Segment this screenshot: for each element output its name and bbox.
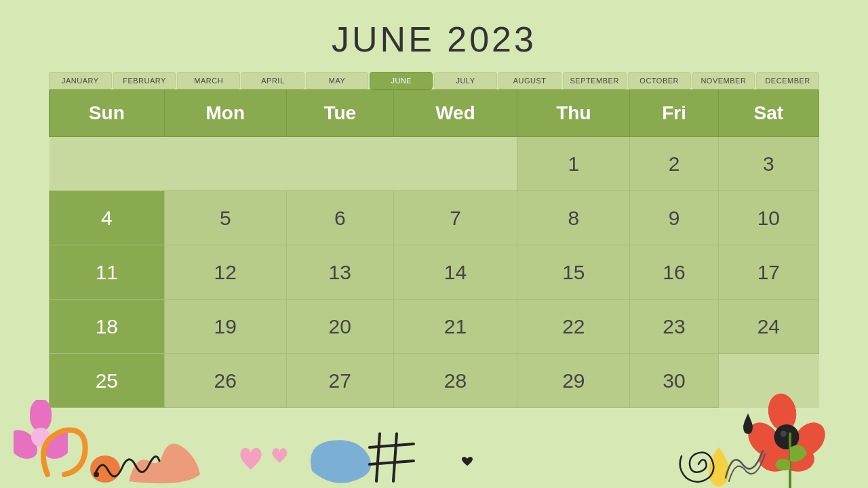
- calendar-day-25[interactable]: 25: [50, 354, 165, 408]
- calendar-day-6[interactable]: 6: [286, 191, 393, 245]
- svg-line-18: [370, 461, 414, 464]
- calendar-empty-cell: [393, 137, 517, 191]
- calendar-day-11[interactable]: 11: [50, 245, 165, 300]
- month-nav-item-march[interactable]: MARCH: [177, 72, 240, 89]
- calendar-week-row: 123: [50, 137, 819, 191]
- leaf-stem-icon: [770, 427, 810, 488]
- svg-point-6: [774, 424, 800, 449]
- calendar-empty-cell: [164, 137, 286, 191]
- calendar-wrapper: JANUARYFEBRUARYMARCHAPRILMAYJUNEJULYAUGU…: [49, 72, 819, 408]
- month-nav-item-january[interactable]: JANUARY: [49, 72, 112, 89]
- svg-point-21: [94, 472, 99, 477]
- calendar-week-row: 11121314151617: [50, 245, 819, 300]
- shape-yellow-icon: [705, 447, 732, 488]
- calendar-day-28[interactable]: 28: [393, 354, 517, 408]
- calendar-day-21[interactable]: 21: [393, 300, 517, 354]
- svg-point-20: [90, 455, 120, 483]
- month-nav-item-june[interactable]: JUNE: [370, 72, 433, 89]
- calendar-empty-cell: [286, 137, 393, 191]
- month-nav-item-february[interactable]: FEBRUARY: [113, 72, 176, 89]
- month-nav-item-may[interactable]: MAY: [306, 72, 369, 89]
- svg-point-13: [14, 430, 42, 464]
- shape-blue-icon: [305, 437, 373, 485]
- doodle-spiral-icon: [678, 444, 719, 485]
- calendar-day-8[interactable]: 8: [517, 191, 630, 245]
- weekday-header-sat: Sat: [718, 90, 818, 137]
- svg-point-9: [39, 430, 68, 464]
- small-orange-petal-icon: [88, 454, 122, 485]
- calendar-day-30[interactable]: 30: [630, 354, 718, 408]
- svg-line-17: [370, 444, 414, 447]
- month-nav-item-august[interactable]: AUGUST: [498, 72, 561, 89]
- svg-point-4: [775, 441, 817, 474]
- month-nav-item-july[interactable]: JULY: [434, 72, 497, 89]
- calendar-day-17[interactable]: 17: [718, 245, 818, 300]
- pink-heart-icon: [237, 444, 292, 485]
- coil-icon: [88, 437, 163, 485]
- calendar-day-10[interactable]: 10: [718, 191, 818, 245]
- svg-point-2: [757, 441, 799, 474]
- weekday-header-wed: Wed: [393, 90, 517, 137]
- calendar-day-15[interactable]: 15: [517, 245, 630, 300]
- weekday-header-fri: Fri: [630, 90, 718, 137]
- calendar-day-24[interactable]: 24: [718, 300, 818, 354]
- weekday-header-sun: Sun: [50, 90, 165, 137]
- calendar-day-20[interactable]: 20: [286, 300, 393, 354]
- doodle-grid-icon: [366, 430, 420, 485]
- calendar-day-7[interactable]: 7: [393, 191, 517, 245]
- svg-line-16: [393, 434, 397, 481]
- svg-point-7: [781, 430, 787, 436]
- calendar-day-1[interactable]: 1: [517, 137, 630, 191]
- calendar-day-12[interactable]: 12: [164, 245, 286, 300]
- calendar-day-19[interactable]: 19: [164, 300, 286, 354]
- svg-point-12: [41, 426, 68, 460]
- calendar-day-3[interactable]: 3: [718, 137, 818, 191]
- calendar-day-9[interactable]: 9: [630, 191, 718, 245]
- month-nav-item-september[interactable]: SEPTEMBER: [563, 72, 627, 89]
- calendar-day-29[interactable]: 29: [517, 354, 630, 408]
- wavy-shape-icon: [122, 427, 203, 488]
- calendar-day-13[interactable]: 13: [286, 245, 393, 300]
- calendar-day-23[interactable]: 23: [630, 300, 718, 354]
- calendar-day-4[interactable]: 4: [50, 191, 165, 245]
- svg-line-15: [376, 434, 380, 481]
- svg-point-14: [31, 428, 50, 447]
- svg-point-5: [746, 416, 787, 463]
- flower-pink-icon: [14, 400, 68, 468]
- calendar-empty-cell: [718, 354, 818, 408]
- month-nav-item-november[interactable]: NOVEMBER: [692, 72, 755, 89]
- calendar-day-27[interactable]: 27: [286, 354, 393, 408]
- svg-point-1: [787, 416, 827, 463]
- calendar-day-14[interactable]: 14: [393, 245, 517, 300]
- calendar-week-row: 252627282930: [50, 354, 819, 408]
- drop-black-icon: [743, 413, 753, 434]
- calendar-week-row: 18192021222324: [50, 300, 819, 354]
- weekday-header-thu: Thu: [517, 90, 630, 137]
- calendar-day-16[interactable]: 16: [630, 245, 718, 300]
- arc-orange-icon: [41, 427, 88, 481]
- calendar-day-2[interactable]: 2: [630, 137, 718, 191]
- small-heart-icon: [461, 457, 473, 468]
- calendar-day-22[interactable]: 22: [517, 300, 630, 354]
- calendar-day-26[interactable]: 26: [164, 354, 286, 408]
- calendar-week-row: 45678910: [50, 191, 819, 245]
- decorations: [0, 413, 868, 488]
- month-nav-item-october[interactable]: OCTOBER: [628, 72, 691, 89]
- weekday-header-tue: Tue: [286, 90, 393, 137]
- calendar-day-18[interactable]: 18: [50, 300, 165, 354]
- month-nav-item-december[interactable]: DECEMBER: [756, 72, 819, 89]
- squiggle-icon: [719, 437, 773, 485]
- calendar-empty-cell: [50, 137, 165, 191]
- svg-point-10: [14, 425, 41, 459]
- weekday-header-mon: Mon: [164, 90, 286, 137]
- calendar-day-5[interactable]: 5: [164, 191, 286, 245]
- calendar-table: SunMonTueWedThuFriSat 123456789101112131…: [49, 89, 819, 408]
- page-title: JUNE 2023: [0, 0, 868, 72]
- month-nav: JANUARYFEBRUARYMARCHAPRILMAYJUNEJULYAUGU…: [49, 72, 819, 89]
- month-nav-item-april[interactable]: APRIL: [241, 72, 304, 89]
